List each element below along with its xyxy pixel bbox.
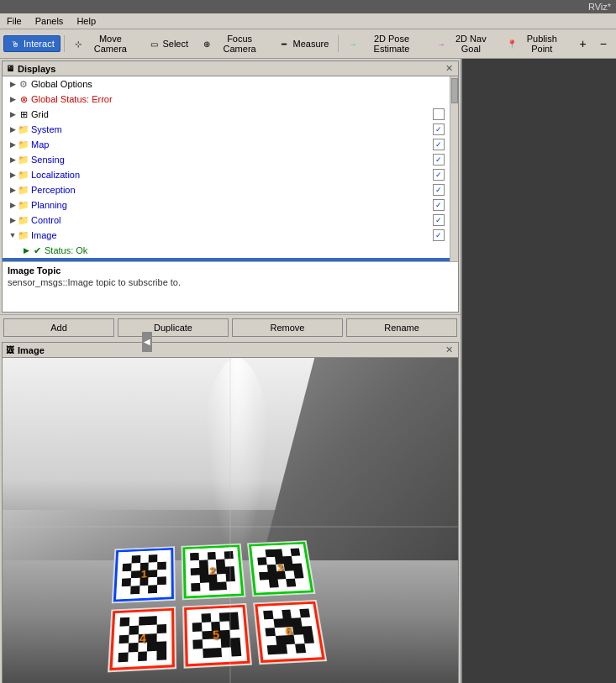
- folder-control-icon: 📁: [18, 214, 29, 226]
- displays-tree-container: ▶ ⚙ Global Options ▶ ⊗ Global Status: Er…: [3, 76, 458, 261]
- marker-3: 3: [247, 540, 315, 596]
- menu-bar: File Panels Help: [0, 13, 616, 29]
- marker-3-number: 3: [276, 562, 284, 574]
- folder-sensing-icon: 📁: [18, 154, 29, 165]
- folder-map-icon: 📁: [18, 139, 29, 150]
- 2d-nav-goal-button[interactable]: → 2D Nav Goal: [430, 31, 499, 56]
- tree-arrow-localization: ▶: [8, 171, 18, 179]
- control-checkbox[interactable]: [433, 214, 445, 226]
- tree-arrow-planning: ▶: [8, 201, 18, 209]
- displays-scrollbar-thumb[interactable]: [451, 78, 458, 103]
- displays-tree[interactable]: ▶ ⚙ Global Options ▶ ⊗ Global Status: Er…: [3, 76, 450, 261]
- tree-row-image[interactable]: ▼ 📁 Image: [3, 228, 450, 243]
- planning-checkbox[interactable]: [433, 199, 445, 211]
- perception-checkbox[interactable]: [433, 184, 445, 196]
- tree-row-system[interactable]: ▶ 📁 System: [3, 122, 450, 137]
- tree-arrow-control: ▶: [8, 216, 18, 224]
- focus-camera-button[interactable]: ⊕ Focus Camera: [196, 31, 271, 56]
- 2d-pose-estimate-button[interactable]: → 2D Pose Estimate: [342, 31, 429, 56]
- image-panel-close-button[interactable]: ✕: [444, 344, 455, 355]
- interact-button[interactable]: 🖱 Interact: [3, 35, 61, 52]
- right-panel-collapse-button[interactable]: ◀: [142, 332, 152, 352]
- system-label: System: [31, 124, 433, 134]
- tree-row-status-ok[interactable]: ▶ ✔ Status: Ok: [3, 243, 450, 258]
- menu-help[interactable]: Help: [73, 15, 99, 27]
- left-panel: 🖥 Displays ✕ ▶ ⚙ Global Options: [0, 59, 462, 683]
- toolbar-sep-1: [64, 35, 65, 52]
- control-label: Control: [31, 215, 433, 225]
- image-label: Image: [31, 230, 433, 240]
- tree-row-sensing[interactable]: ▶ 📁 Sensing: [3, 152, 450, 167]
- right-3d-panel: [462, 59, 616, 683]
- check-icon: ✔: [31, 244, 43, 256]
- measure-label: Measure: [292, 39, 329, 49]
- publish-point-button[interactable]: 📍 Publish Point: [501, 31, 571, 56]
- remove-button[interactable]: Remove: [232, 318, 343, 337]
- marker-1-number: 1: [141, 568, 148, 580]
- info-box: Image Topic sensor_msgs::Image topic to …: [3, 261, 458, 312]
- grid-checkbox[interactable]: [433, 108, 445, 120]
- displays-panel: 🖥 Displays ✕ ▶ ⚙ Global Options: [2, 60, 459, 313]
- sensing-checkbox[interactable]: [433, 154, 445, 165]
- localization-label: Localization: [31, 170, 433, 180]
- image-panel-header: 🖼 Image ✕: [3, 343, 458, 358]
- image-header-left: 🖼 Image: [6, 345, 45, 355]
- tree-arrow-image: ▼: [8, 231, 18, 239]
- 2d-nav-label: 2D Nav Goal: [449, 34, 493, 54]
- tree-row-perception[interactable]: ▶ 📁 Perception: [3, 182, 450, 197]
- add-button[interactable]: Add: [3, 318, 114, 337]
- tree-row-image-topic[interactable]: Image Topic /tag_detections_image: [3, 258, 450, 261]
- tree-row-global-status[interactable]: ▶ ⊗ Global Status: Error: [3, 92, 450, 107]
- image-topic-label: Image Topic: [31, 260, 305, 261]
- duplicate-button[interactable]: Duplicate: [118, 318, 229, 337]
- toolbar-sep-2: [338, 35, 339, 52]
- menu-panels[interactable]: Panels: [32, 15, 67, 27]
- publish-point-icon: 📍: [507, 38, 517, 50]
- select-button[interactable]: ▭ Select: [142, 35, 194, 52]
- rename-button[interactable]: Rename: [346, 318, 457, 337]
- displays-panel-title: Displays: [18, 64, 55, 74]
- folder-image-icon: 📁: [18, 229, 29, 241]
- marker-2: 2: [182, 544, 246, 600]
- main-area: 🖥 Displays ✕ ▶ ⚙ Global Options: [0, 59, 616, 683]
- focus-camera-icon: ⊕: [202, 38, 212, 50]
- marker-5-number: 5: [213, 628, 220, 642]
- tree-row-control[interactable]: ▶ 📁 Control: [3, 213, 450, 228]
- grid-label: Grid: [31, 109, 433, 119]
- image-panel-title: Image: [18, 345, 45, 355]
- tree-row-grid[interactable]: ▶ ⊞ Grid: [3, 107, 450, 122]
- displays-close-button[interactable]: ✕: [444, 63, 455, 74]
- displays-header-left: 🖥 Displays: [6, 64, 55, 74]
- tree-row-map[interactable]: ▶ 📁 Map: [3, 137, 450, 152]
- measure-button[interactable]: ━ Measure: [272, 35, 334, 52]
- tree-row-global-options[interactable]: ▶ ⚙ Global Options: [3, 76, 450, 92]
- image-panel-icon: 🖼: [6, 345, 14, 355]
- 2d-pose-icon: →: [348, 38, 358, 50]
- tree-arrow-global-status: ▶: [8, 95, 18, 103]
- toolbar-minus-button[interactable]: −: [594, 34, 613, 53]
- 2d-pose-label: 2D Pose Estimate: [361, 34, 423, 54]
- light-beam: [203, 358, 271, 560]
- folder-planning-icon: 📁: [18, 199, 29, 211]
- image-checkbox[interactable]: [433, 229, 445, 241]
- marker-4-number: 4: [140, 632, 146, 645]
- status-ok-label: Status: Ok: [45, 245, 448, 255]
- tree-row-planning[interactable]: ▶ 📁 Planning: [3, 197, 450, 213]
- displays-scrollbar[interactable]: [450, 76, 458, 261]
- move-camera-button[interactable]: ⊹ Move Camera: [68, 31, 141, 56]
- focus-camera-label: Focus Camera: [214, 34, 266, 54]
- system-checkbox[interactable]: [433, 123, 445, 135]
- tree-arrow-sensing: ▶: [8, 155, 18, 164]
- tree-row-localization[interactable]: ▶ 📁 Localization: [3, 167, 450, 182]
- interact-icon: 🖱: [9, 38, 21, 50]
- toolbar: 🖱 Interact ⊹ Move Camera ▭ Select ⊕ Focu…: [0, 29, 616, 59]
- map-checkbox[interactable]: [433, 139, 445, 150]
- marker-1: 1: [112, 546, 176, 603]
- info-title: Image Topic: [8, 265, 453, 276]
- marker-4: 4: [108, 607, 176, 672]
- toolbar-plus-button[interactable]: +: [574, 34, 592, 53]
- interact-label: Interact: [24, 39, 55, 49]
- menu-file[interactable]: File: [3, 15, 25, 27]
- localization-checkbox[interactable]: [433, 169, 445, 181]
- sensing-label: Sensing: [31, 155, 433, 165]
